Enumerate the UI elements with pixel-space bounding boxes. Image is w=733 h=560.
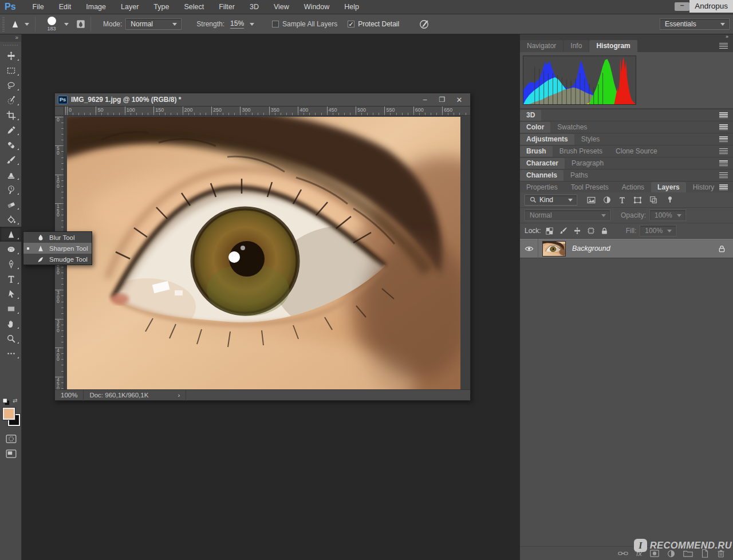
layer-visibility-toggle[interactable] <box>520 239 538 258</box>
tab-styles[interactable]: Styles <box>575 134 606 145</box>
blend-mode-dropdown[interactable]: Normal <box>525 210 610 221</box>
panel-menu-icon[interactable] <box>719 136 728 142</box>
toolbar-grip[interactable] <box>3 43 18 47</box>
panel-menu-icon[interactable] <box>719 148 728 154</box>
tab-swatches[interactable]: Swatches <box>551 122 593 133</box>
protect-detail-checkbox[interactable] <box>348 21 354 27</box>
layer-name[interactable]: Background <box>572 244 610 253</box>
zoom-tool[interactable] <box>0 331 22 346</box>
dock-collapse-button[interactable]: » <box>520 34 733 40</box>
menu-edit[interactable]: Edit <box>52 0 79 14</box>
menu-view[interactable]: View <box>266 0 297 14</box>
tab-tool-presets[interactable]: Tool Presets <box>565 182 615 193</box>
flyout-item-sharpen-tool[interactable]: Sharpen Tool <box>23 243 92 254</box>
lock-pixels-button[interactable] <box>558 227 569 235</box>
panel-menu-icon[interactable] <box>719 43 728 49</box>
panel-menu-icon[interactable] <box>719 184 728 190</box>
flyout-item-blur-tool[interactable]: Blur Tool <box>23 232 92 243</box>
tab-properties[interactable]: Properties <box>520 182 564 193</box>
tab-adjustments[interactable]: Adjustments <box>520 134 574 145</box>
lock-all-button[interactable] <box>600 227 610 235</box>
fill-dropdown[interactable]: 100% <box>640 225 676 236</box>
pen-tool[interactable] <box>0 257 22 271</box>
tab-3d[interactable]: 3D <box>520 110 541 121</box>
filter-shape-layers-button[interactable] <box>632 195 644 205</box>
eraser-tool[interactable] <box>0 197 22 212</box>
marquee-tool[interactable] <box>0 63 22 78</box>
brush-tool[interactable] <box>0 152 22 167</box>
paint-bucket-tool[interactable] <box>0 212 22 227</box>
panel-menu-icon[interactable] <box>719 160 728 166</box>
tab-paths[interactable]: Paths <box>564 170 594 181</box>
filter-type-layers-button[interactable] <box>616 196 628 204</box>
panel-menu-icon[interactable] <box>719 124 728 130</box>
lock-position-button[interactable] <box>572 227 582 235</box>
sample-all-layers-checkbox[interactable] <box>272 21 279 27</box>
path-select-tool[interactable] <box>0 286 22 301</box>
chevron-down-icon[interactable] <box>250 23 254 26</box>
link-layers-button[interactable] <box>618 550 628 557</box>
brush-preset-picker[interactable]: 183 <box>40 17 70 31</box>
status-chevron-icon[interactable]: › <box>178 392 180 399</box>
layer-filtering-toggle[interactable] <box>664 195 676 204</box>
clone-stamp-tool[interactable] <box>0 167 22 182</box>
menu-type[interactable]: Type <box>146 0 176 14</box>
filter-smart-objects-button[interactable] <box>647 195 659 204</box>
doc-close-button[interactable]: ✕ <box>454 96 464 104</box>
opacity-dropdown[interactable]: 100% <box>649 210 686 221</box>
panel-menu-icon[interactable] <box>719 112 728 118</box>
sponge-tool[interactable] <box>0 242 22 257</box>
menu-help[interactable]: Help <box>337 0 366 14</box>
panel-menu-icon[interactable] <box>719 172 728 178</box>
menu-filter[interactable]: Filter <box>211 0 242 14</box>
tab-color[interactable]: Color <box>520 122 550 133</box>
flyout-item-smudge-tool[interactable]: Smudge Tool <box>23 254 92 265</box>
doc-maximize-button[interactable]: ❐ <box>437 96 447 104</box>
menu-image[interactable]: Image <box>78 0 113 14</box>
toggle-brush-panel-button[interactable] <box>75 19 86 29</box>
ruler-origin-corner[interactable] <box>55 107 64 116</box>
hand-tool[interactable] <box>0 316 22 331</box>
toolbar-collapse-button[interactable]: » <box>0 34 21 42</box>
healing-brush-tool[interactable] <box>0 137 22 152</box>
sharpen-tool[interactable] <box>0 227 22 242</box>
tab-actions[interactable]: Actions <box>616 182 651 193</box>
more-tools-tool[interactable] <box>0 346 22 361</box>
menu-layer[interactable]: Layer <box>113 0 146 14</box>
filter-pixel-layers-button[interactable] <box>585 195 597 205</box>
window-minimize-button[interactable]: – <box>675 2 689 11</box>
status-doc-info[interactable]: Doc: 960,1K/960,1K › <box>83 390 186 401</box>
doc-minimize-button[interactable]: – <box>420 96 430 104</box>
horizontal-ruler[interactable]: 050100150200250300350400450500550600650 <box>64 107 470 116</box>
tab-history[interactable]: History <box>687 182 720 193</box>
layer-filter-kind-dropdown[interactable]: Kind <box>525 195 577 206</box>
tab-paragraph[interactable]: Paragraph <box>565 158 610 169</box>
filter-adjustment-layers-button[interactable] <box>601 195 613 204</box>
options-bar-grip[interactable] <box>1 17 6 31</box>
move-tool[interactable] <box>0 48 22 63</box>
canvas-image[interactable] <box>67 117 460 391</box>
strength-value[interactable]: 15% <box>230 19 244 29</box>
eyedropper-tool[interactable] <box>0 123 22 137</box>
tab-brush[interactable]: Brush <box>520 146 553 157</box>
foreground-color-swatch[interactable] <box>3 408 15 420</box>
swap-colors-icon[interactable]: ⇄ <box>13 397 17 404</box>
tab-navigator[interactable]: Navigator <box>520 40 563 52</box>
tab-histogram[interactable]: Histogram <box>589 40 637 52</box>
tab-layers[interactable]: Layers <box>651 182 686 193</box>
screen-mode-button[interactable] <box>0 447 22 460</box>
layer-thumbnail[interactable] <box>542 241 566 257</box>
tab-clone-source[interactable]: Clone Source <box>609 146 664 157</box>
status-zoom-value[interactable]: 100% <box>55 392 83 399</box>
airbrush-toggle-button[interactable] <box>419 19 429 30</box>
quick-mask-button[interactable] <box>0 432 22 445</box>
menu-select[interactable]: Select <box>176 0 211 14</box>
history-brush-tool[interactable] <box>0 182 22 197</box>
lock-transparency-button[interactable] <box>545 227 555 235</box>
type-tool[interactable] <box>0 271 22 286</box>
lock-artboard-button[interactable] <box>586 227 596 235</box>
tab-brush-presets[interactable]: Brush Presets <box>553 146 609 157</box>
quick-select-tool[interactable] <box>0 93 22 108</box>
tool-preset-picker[interactable] <box>10 19 31 30</box>
shape-tool[interactable] <box>0 301 22 316</box>
